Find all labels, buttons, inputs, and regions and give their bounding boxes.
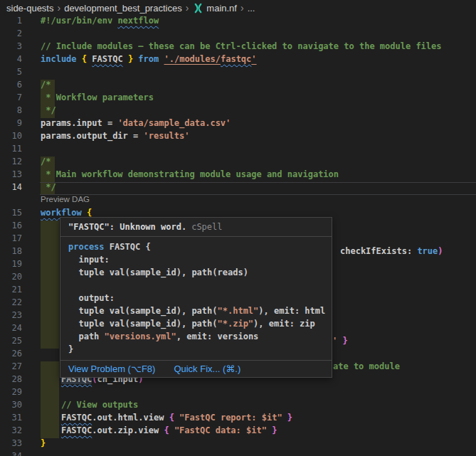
indent-highlight-bar (41, 272, 59, 285)
indent-highlight-bar (41, 336, 59, 349)
indent-highlight-bar (41, 297, 59, 310)
code-line-content[interactable]: */ (41, 105, 56, 115)
code-token: output: (68, 293, 115, 303)
code-line-content[interactable]: */ (41, 182, 56, 192)
code-line: 3// Include modules — these can be Ctrl-… (0, 41, 476, 54)
code-token: /* (41, 80, 51, 90)
diagnostic-source: cSpell (191, 222, 222, 232)
code-token: } (272, 425, 277, 435)
code-token: { (164, 425, 169, 435)
code-line-content[interactable]: } (41, 438, 46, 448)
code-line: 34 (0, 451, 476, 456)
line-number: 10 (0, 131, 22, 141)
codelens-preview-dag[interactable]: Preview DAG (41, 195, 90, 203)
code-line: 31 FASTQC.out.html.view { "FastQC report… (0, 413, 476, 425)
line-number: 11 (0, 144, 22, 154)
code-line-content[interactable]: FASTQC.out.html.view { "FastQC report: $… (41, 413, 292, 423)
hover-code-line: process FASTQC { (68, 240, 324, 253)
code-token: */ (41, 105, 56, 115)
code-line-content[interactable]: FASTQC.out.zip.view { "FastQC data: $it"… (41, 425, 277, 435)
code-token (123, 54, 128, 64)
code-token: */ (41, 182, 56, 192)
line-number: 20 (0, 272, 22, 282)
line-number: 32 (0, 425, 22, 435)
code-token (169, 425, 174, 435)
line-number: 1 (0, 16, 22, 26)
code-line: 33} (0, 438, 476, 451)
code-line-content[interactable]: /* (41, 157, 51, 166)
line-number: 7 (0, 92, 22, 102)
line-number: 28 (0, 374, 22, 384)
nextflow-icon (193, 3, 203, 14)
code-token: tuple val(sample_id), path(reads) (68, 267, 248, 277)
code-token: tuple val(sample_id), path( (68, 319, 218, 329)
code-token: process (68, 242, 105, 252)
code-line-content[interactable]: // View outputs (41, 400, 138, 410)
breadcrumb-item-development-best-practices[interactable]: development_best_practices (64, 3, 182, 14)
code-token: FASTQC (61, 425, 92, 435)
code-line: 11 (0, 144, 476, 157)
breadcrumb-item-symbol[interactable]: ... (248, 3, 255, 14)
code-line: 14 */ (0, 182, 476, 195)
breadcrumb-item-side-quests[interactable]: side-quests (6, 3, 53, 14)
line-number: 29 (0, 387, 22, 397)
chevron-right-icon (240, 2, 244, 14)
code-token: tuple val(sample_id), path( (68, 306, 218, 316)
line-number: 33 (0, 438, 22, 448)
code-line-content[interactable]: params.input = 'data/sample_data.csv' (41, 118, 231, 128)
code-line-content[interactable]: * Workflow parameters (41, 92, 154, 102)
indent-highlight-bar (41, 361, 59, 374)
code-token: FASTQC (61, 413, 92, 423)
indent-highlight-bar (41, 310, 59, 323)
view-problem-link[interactable]: View Problem (⌥F8) (68, 364, 155, 374)
hover-code-line: tuple val(sample_id), path(reads) (68, 266, 324, 279)
code-line-content[interactable]: params.output_dir = 'results' (41, 131, 190, 141)
code-token: ' (332, 336, 342, 346)
line-number: 26 (0, 349, 22, 359)
code-fragment[interactable]: ate to module (333, 361, 400, 371)
code-token: .out.zip.view (92, 425, 164, 435)
code-line: 5 (0, 67, 476, 80)
code-token (41, 374, 61, 384)
code-line-content[interactable]: // Include modules — these can be Ctrl-c… (41, 41, 442, 51)
code-token (41, 400, 61, 410)
code-token: 'results' (144, 131, 190, 141)
line-number: 21 (0, 285, 22, 295)
line-number: 3 (0, 41, 22, 51)
line-number: 34 (0, 451, 22, 456)
breadcrumb: side-quests development_best_practices m… (0, 0, 476, 16)
hover-code-line (68, 279, 324, 292)
line-number: 30 (0, 400, 22, 410)
breadcrumb-item-main-nf[interactable]: main.nf (206, 3, 237, 14)
code-token: #!/usr/bin/env (41, 16, 117, 26)
code-token: ) (438, 246, 443, 256)
code-token: 'data/sample_data.csv' (117, 118, 231, 128)
code-line-content[interactable]: * Main workflow demonstrating module usa… (41, 169, 339, 179)
line-number: 22 (0, 297, 22, 307)
hover-code-line: output: (68, 292, 324, 304)
code-fragment[interactable]: checkIfExists: true) (340, 246, 443, 256)
code-token: * Workflow parameters (41, 92, 154, 102)
code-line: 1#!/usr/bin/env nextflow (0, 16, 476, 28)
code-token: { (169, 413, 174, 423)
code-token: * Main workflow demonstrating module usa… (41, 169, 339, 179)
code-token: path (68, 332, 105, 341)
code-line-content[interactable]: include { FASTQC } from './modules/fastq… (41, 54, 257, 64)
line-number: 25 (0, 336, 22, 346)
code-token: workflow (41, 208, 82, 218)
code-line: 4include { FASTQC } from './modules/fast… (0, 54, 476, 67)
line-number: 5 (0, 67, 22, 77)
code-line-content[interactable]: workflow { (41, 208, 92, 218)
code-token: fastqc (221, 54, 251, 64)
quick-fix-link[interactable]: Quick Fix... (⌘.) (174, 364, 240, 374)
code-line-content[interactable]: #!/usr/bin/env nextflow (41, 16, 159, 26)
indent-highlight-bar (41, 259, 59, 272)
code-line-content[interactable]: /* (41, 80, 51, 90)
line-number: 17 (0, 233, 22, 243)
hover-code-line: } (68, 343, 324, 356)
code-fragment[interactable]: ' } (332, 336, 348, 346)
hover-tooltip: "FASTQC": Unknown word.cSpell process FA… (60, 217, 332, 378)
code-token (41, 425, 61, 435)
diagnostic-text: "FASTQC": Unknown word. (68, 222, 186, 232)
line-number: 6 (0, 80, 22, 90)
